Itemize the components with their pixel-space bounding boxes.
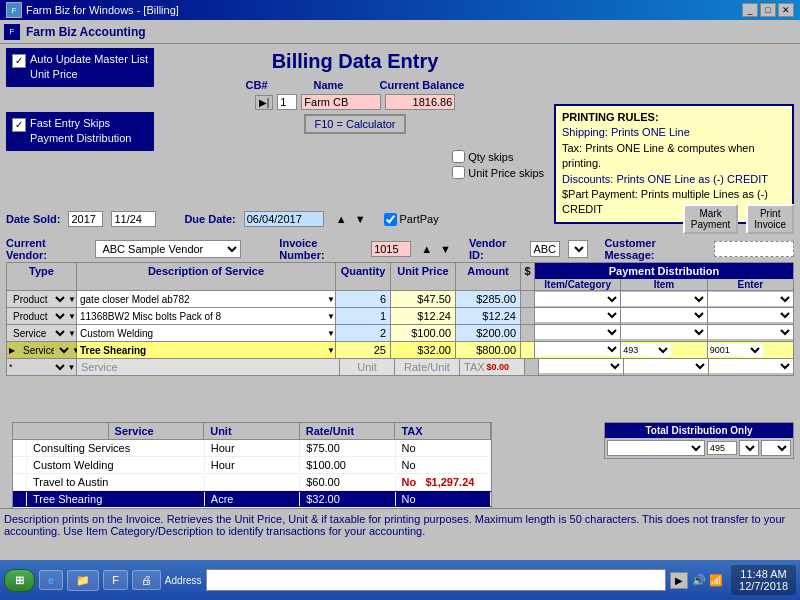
th-dollar: $ <box>521 263 535 279</box>
printing-rules-title: PRINTING RULES: <box>562 110 786 125</box>
title-bar: F Farm Biz for Windows - [Billing] _ □ ✕ <box>0 0 800 20</box>
row4-type-select[interactable]: Service <box>17 343 72 358</box>
row5-pd-cat-select[interactable] <box>539 359 623 373</box>
cb-name-input[interactable] <box>301 94 381 110</box>
row1-pd-item-select[interactable] <box>621 292 706 306</box>
dh-unit: Unit <box>204 423 300 439</box>
invoice-arrow-up[interactable]: ▲ <box>421 243 432 255</box>
row2-pd-enter-select[interactable] <box>708 308 793 322</box>
date-year-input[interactable] <box>68 211 103 227</box>
row1-pd-enter-select[interactable] <box>708 292 793 306</box>
total-dist-enter-select[interactable] <box>761 440 791 456</box>
menu-bar: F Farm Biz Accounting <box>0 20 800 44</box>
address-input[interactable] <box>206 569 666 591</box>
row1-type-select[interactable]: Product <box>7 292 68 307</box>
di-spacer <box>13 492 27 506</box>
di-name: Tree Shearing <box>27 492 205 506</box>
dropdown-item[interactable]: Travel to Austin $60.00 No $1,297.24 <box>13 474 491 491</box>
due-date-input[interactable] <box>244 211 324 227</box>
row1-pd-cat-select[interactable] <box>535 292 620 306</box>
dh-tax: TAX <box>395 423 491 439</box>
row3-pd-cat-select[interactable] <box>535 325 620 339</box>
row2-pd-item-select[interactable] <box>621 308 706 322</box>
taskbar-folder-icon[interactable]: 📁 <box>67 570 99 591</box>
di-rate: $32.00 <box>300 492 395 506</box>
auto-update-checkbox[interactable]: ✓ <box>12 54 26 68</box>
row5-desc-cell: Service <box>77 359 340 375</box>
due-date-arrow-down[interactable]: ▼ <box>355 213 366 225</box>
cb-balance-input[interactable] <box>385 94 455 110</box>
dropdown-item[interactable]: Consulting Services Hour $75.00 No <box>13 440 491 457</box>
row4-pd-item-select[interactable]: ▼ <box>651 344 671 357</box>
address-go-button[interactable]: ▶ <box>670 572 688 589</box>
row4-pd-enter-select[interactable]: ▼ <box>743 344 763 357</box>
row3-amount-cell: $200.00 <box>456 325 521 341</box>
close-button[interactable]: ✕ <box>778 3 794 17</box>
row2-type-select[interactable]: Product <box>7 309 68 324</box>
start-button[interactable]: ⊞ <box>4 569 35 592</box>
dropdown-item[interactable]: Custom Welding Hour $100.00 No <box>13 457 491 474</box>
row3-pd-enter <box>708 325 793 341</box>
row5-pd-enter-select[interactable] <box>709 359 793 373</box>
row4-desc-cell: ▼ <box>77 342 336 358</box>
current-vendor-label: Current Vendor: <box>6 237 87 261</box>
row3-pd-item-select[interactable] <box>621 325 706 339</box>
total-dist-cat-select[interactable] <box>607 440 705 456</box>
taskbar-ie-icon[interactable]: e <box>39 570 63 590</box>
vendor-select[interactable]: ABC Sample Vendor <box>95 240 241 258</box>
row4-price-cell: $32.00 <box>391 342 456 358</box>
row4-pd-enter-input[interactable] <box>708 344 743 356</box>
customer-message-input[interactable] <box>714 241 794 257</box>
di-unit <box>205 475 300 489</box>
row4-pd-cat-select[interactable] <box>535 342 620 356</box>
date-day-input[interactable] <box>111 211 156 227</box>
dropdown-item-selected[interactable]: Tree Shearing Acre $32.00 No <box>13 491 491 508</box>
row3-desc-input[interactable] <box>77 327 327 340</box>
total-dist-item-input[interactable] <box>707 441 737 455</box>
mark-payment-button[interactable]: MarkPayment <box>683 204 738 234</box>
di-name: Consulting Services <box>27 441 205 455</box>
billing-center: Billing Data Entry CB# Name Current Bala… <box>160 50 550 134</box>
maximize-button[interactable]: □ <box>760 3 776 17</box>
row4-pd-item-input[interactable] <box>621 344 651 356</box>
table-row: Product ▼ ▼ 6 $47.50 $285.00 <box>6 291 794 308</box>
billing-title: Billing Data Entry <box>160 50 550 73</box>
row3-type-select[interactable]: Service <box>7 326 68 341</box>
invoice-arrow-down[interactable]: ▼ <box>440 243 451 255</box>
row1-desc-input[interactable] <box>77 293 327 306</box>
row5-type-select[interactable] <box>13 360 68 375</box>
unit-price-skips-label: Unit Price skips <box>468 167 544 179</box>
status-bar: Description prints on the Invoice. Retri… <box>0 508 800 540</box>
total-dist-item-select[interactable]: ▼ <box>739 440 759 456</box>
auto-update-label: Auto Update Master List Unit Price <box>30 52 148 83</box>
invoice-number-input[interactable] <box>371 241 411 257</box>
minimize-button[interactable]: _ <box>742 3 758 17</box>
due-date-arrow-up[interactable]: ▲ <box>336 213 347 225</box>
dropdown-header: Service Unit Rate/Unit TAX <box>13 423 491 440</box>
di-unit: Hour <box>205 458 300 472</box>
di-unit: Hour <box>205 441 300 455</box>
row3-pd-enter-select[interactable] <box>708 325 793 339</box>
unit-price-skips-checkbox[interactable] <box>452 166 465 179</box>
invoice-number-label: Invoice Number: <box>279 237 363 261</box>
partpay-label: PartPay <box>400 213 439 225</box>
th-description: Description of Service <box>77 263 336 279</box>
address-label: Address <box>165 575 202 586</box>
f10-calculator-button[interactable]: F10 = Calculator <box>304 114 405 134</box>
row5-pd-item-select[interactable] <box>624 359 708 373</box>
fast-entry-checkbox[interactable]: ✓ <box>12 118 26 132</box>
cb-nav-button[interactable]: ▶| <box>255 95 274 110</box>
cb-number-input[interactable] <box>277 94 297 110</box>
di-tax: No <box>396 441 491 455</box>
taskbar-print-icon[interactable]: 🖨 <box>132 570 161 590</box>
row2-desc-input[interactable] <box>77 310 327 323</box>
row4-desc-input[interactable] <box>77 344 327 357</box>
partpay-checkbox[interactable] <box>384 213 397 226</box>
taskbar-app-icon[interactable]: F <box>103 570 128 590</box>
vendor-id-select[interactable] <box>568 240 588 258</box>
print-invoice-button[interactable]: PrintInvoice <box>746 204 794 234</box>
auto-update-box: ✓ Auto Update Master List Unit Price <box>6 48 154 87</box>
qty-skips-checkbox[interactable] <box>452 150 465 163</box>
vendor-id-input[interactable] <box>530 241 560 257</box>
row2-pd-cat-select[interactable] <box>535 308 620 322</box>
